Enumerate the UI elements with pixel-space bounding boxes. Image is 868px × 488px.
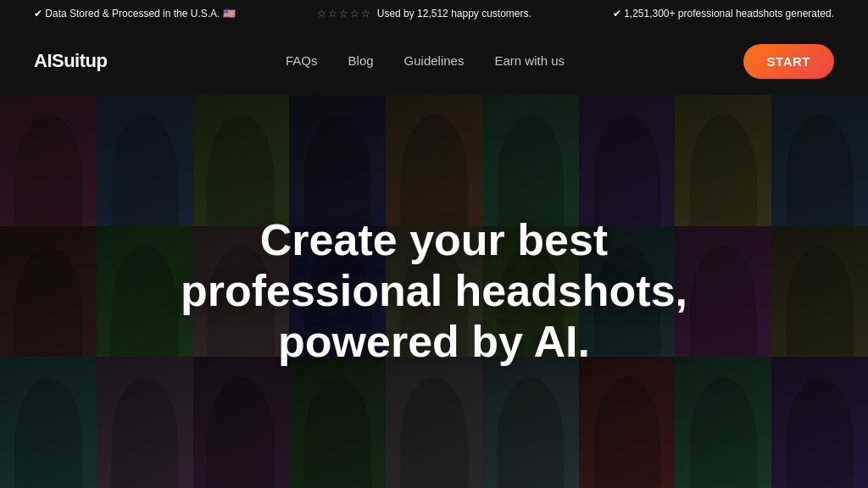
banner-text-customers: Used by 12,512 happy customers. bbox=[377, 8, 531, 19]
hero-title-line2: professional headshots, bbox=[181, 266, 687, 315]
hero-section: Create your best professional headshots,… bbox=[0, 95, 868, 488]
nav-item-guidelines[interactable]: Guidelines bbox=[404, 53, 465, 69]
nav-item-earn[interactable]: Earn with us bbox=[494, 53, 565, 69]
nav-link-guidelines[interactable]: Guidelines bbox=[404, 53, 465, 68]
nav-links: FAQs Blog Guidelines Earn with us bbox=[286, 53, 565, 69]
banner-item-customers: ☆☆☆☆☆ Used by 12,512 happy customers. bbox=[317, 8, 531, 19]
hero-title: Create your best professional headshots,… bbox=[137, 215, 731, 367]
nav-link-earn[interactable]: Earn with us bbox=[494, 53, 565, 68]
banner-text-headshots: ✔ 1,251,300+ professional headshots gene… bbox=[613, 8, 834, 19]
top-banner: ✔ Data Stored & Processed in the U.S.A. … bbox=[0, 0, 868, 27]
banner-item-headshots: ✔ 1,251,300+ professional headshots gene… bbox=[613, 8, 834, 19]
logo[interactable]: AISuitup bbox=[34, 50, 107, 72]
navbar: AISuitup FAQs Blog Guidelines Earn with … bbox=[0, 27, 868, 95]
hero-title-line3: powered by AI. bbox=[278, 317, 590, 366]
nav-item-blog[interactable]: Blog bbox=[348, 53, 374, 69]
nav-link-faqs[interactable]: FAQs bbox=[286, 53, 318, 68]
logo-text-2: Suitup bbox=[52, 50, 107, 71]
banner-text-storage: ✔ Data Stored & Processed in the U.S.A. … bbox=[34, 8, 236, 19]
banner-stars: ☆☆☆☆☆ bbox=[317, 8, 372, 19]
nav-link-blog[interactable]: Blog bbox=[348, 53, 374, 68]
nav-item-faqs[interactable]: FAQs bbox=[286, 53, 318, 69]
logo-text: AI bbox=[34, 50, 52, 71]
banner-item-storage: ✔ Data Stored & Processed in the U.S.A. … bbox=[34, 8, 236, 19]
hero-content: Create your best professional headshots,… bbox=[137, 215, 731, 367]
hero-title-line1: Create your best bbox=[260, 215, 608, 264]
start-button[interactable]: START bbox=[743, 44, 834, 79]
